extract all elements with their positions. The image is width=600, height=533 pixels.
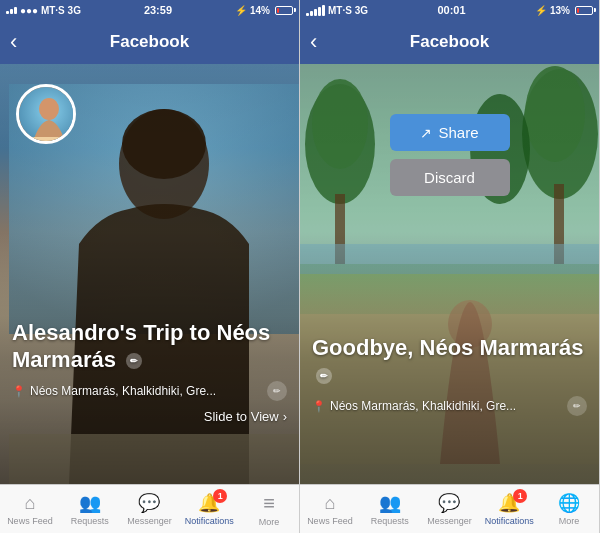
discard-button[interactable]: Discard [390, 159, 510, 196]
bluetooth-icon-right: ⚡ [535, 5, 547, 16]
left-status-bar: ●●● MT·S 3G 23:59 ⚡ 14% [0, 0, 299, 20]
right-hero-area: ↗ Share Discard Goodbye, Néos Marmarás ✏… [300, 64, 599, 484]
tab-more-left[interactable]: ≡ More [239, 485, 299, 533]
tab-messenger-left[interactable]: 💬 Messenger [120, 485, 180, 533]
battery-percent-right: 13% [550, 5, 570, 16]
right-trip-title: Goodbye, Néos Marmarás ✏ [312, 335, 587, 388]
globe-icon-right: 🌐 [558, 492, 580, 514]
tab-news-feed-right[interactable]: ⌂ News Feed [300, 485, 360, 533]
carrier-text: ●●● MT·S 3G [20, 5, 81, 16]
tab-more-right[interactable]: 🌐 More [539, 485, 599, 533]
share-icon: ↗ [420, 125, 432, 141]
profile-avatar [16, 84, 76, 144]
right-location-pin-icon: 📍 [312, 400, 326, 413]
tab-label-newsfeed-left: News Feed [7, 516, 53, 526]
right-status-right: ⚡ 13% [535, 5, 593, 16]
tab-label-requests-left: Requests [71, 516, 109, 526]
tab-notifications-right[interactable]: 🔔 Notifications 1 [479, 485, 539, 533]
notifications-badge-right: 1 [513, 489, 527, 503]
messenger-icon-left: 💬 [138, 492, 160, 514]
right-location-text: Néos Marmarás, Khalkidhiki, Gre... [330, 399, 563, 413]
tab-label-messenger-left: Messenger [127, 516, 172, 526]
right-status-left: MT·S 3G [306, 5, 368, 16]
title-edit-icon[interactable]: ✏ [126, 353, 142, 369]
location-edit-button[interactable]: ✏ [267, 381, 287, 401]
bluetooth-icon: ⚡ [235, 5, 247, 16]
left-nav-title: Facebook [110, 32, 189, 52]
right-hero-content: Goodbye, Néos Marmarás ✏ 📍 Néos Marmarás… [300, 335, 599, 424]
tab-requests-left[interactable]: 👥 Requests [60, 485, 120, 533]
left-panel: ●●● MT·S 3G 23:59 ⚡ 14% ‹ Facebook [0, 0, 300, 533]
left-status-right: ⚡ 14% [235, 5, 293, 16]
tab-messenger-right[interactable]: 💬 Messenger [420, 485, 480, 533]
battery-icon-right [575, 6, 593, 15]
left-hero-content: Alesandro's Trip to Néos Marmarás ✏ 📍 Né… [0, 320, 299, 424]
messenger-icon-right: 💬 [438, 492, 460, 514]
tab-label-more-left: More [259, 517, 280, 527]
left-status-left: ●●● MT·S 3G [6, 5, 81, 16]
tab-requests-right[interactable]: 👥 Requests [360, 485, 420, 533]
left-time: 23:59 [144, 4, 172, 16]
notifications-badge-left: 1 [213, 489, 227, 503]
carrier-text-right: MT·S 3G [328, 5, 368, 16]
svg-point-5 [39, 98, 59, 120]
signal-icon [6, 7, 17, 14]
right-location-edit-button[interactable]: ✏ [567, 396, 587, 416]
right-title-edit-icon[interactable]: ✏ [316, 368, 332, 384]
tab-label-newsfeed-right: News Feed [307, 516, 353, 526]
right-panel: MT·S 3G 00:01 ⚡ 13% ‹ Facebook [300, 0, 600, 533]
battery-percent: 14% [250, 5, 270, 16]
tab-label-requests-right: Requests [371, 516, 409, 526]
right-location-row: 📍 Néos Marmarás, Khalkidhiki, Gre... ✏ [312, 396, 587, 416]
tab-notifications-left[interactable]: 🔔 Notifications 1 [179, 485, 239, 533]
tab-label-more-right: More [559, 516, 580, 526]
tab-label-messenger-right: Messenger [427, 516, 472, 526]
left-tab-bar: ⌂ News Feed 👥 Requests 💬 Messenger 🔔 Not… [0, 484, 299, 533]
slide-to-view[interactable]: Slide to View › [12, 409, 287, 424]
left-location-text: Néos Marmarás, Khalkidhiki, Gre... [30, 384, 263, 398]
home-icon-right: ⌂ [324, 493, 335, 514]
right-nav-bar: ‹ Facebook [300, 20, 599, 64]
location-pin-icon: 📍 [12, 385, 26, 398]
people-icon-left: 👥 [79, 492, 101, 514]
home-icon: ⌂ [24, 493, 35, 514]
battery-icon-left [275, 6, 293, 15]
share-button[interactable]: ↗ Share [390, 114, 510, 151]
left-nav-bar: ‹ Facebook [0, 20, 299, 64]
left-location-row: 📍 Néos Marmarás, Khalkidhiki, Gre... ✏ [12, 381, 287, 401]
left-back-button[interactable]: ‹ [10, 29, 17, 55]
people-icon-right: 👥 [379, 492, 401, 514]
chevron-right-icon: › [283, 409, 287, 424]
right-time: 00:01 [437, 4, 465, 16]
action-buttons: ↗ Share Discard [390, 114, 510, 196]
left-trip-title: Alesandro's Trip to Néos Marmarás ✏ [12, 320, 287, 373]
more-icon-left: ≡ [263, 492, 275, 515]
right-back-button[interactable]: ‹ [310, 29, 317, 55]
tab-news-feed-left[interactable]: ⌂ News Feed [0, 485, 60, 533]
signal-icon-right [306, 5, 325, 16]
left-hero-area: Alesandro's Trip to Néos Marmarás ✏ 📍 Né… [0, 64, 299, 484]
tab-label-notifications-right: Notifications [485, 516, 534, 526]
right-status-bar: MT·S 3G 00:01 ⚡ 13% [300, 0, 599, 20]
tab-label-notifications-left: Notifications [185, 516, 234, 526]
right-tab-bar: ⌂ News Feed 👥 Requests 💬 Messenger 🔔 Not… [300, 484, 599, 533]
right-nav-title: Facebook [410, 32, 489, 52]
